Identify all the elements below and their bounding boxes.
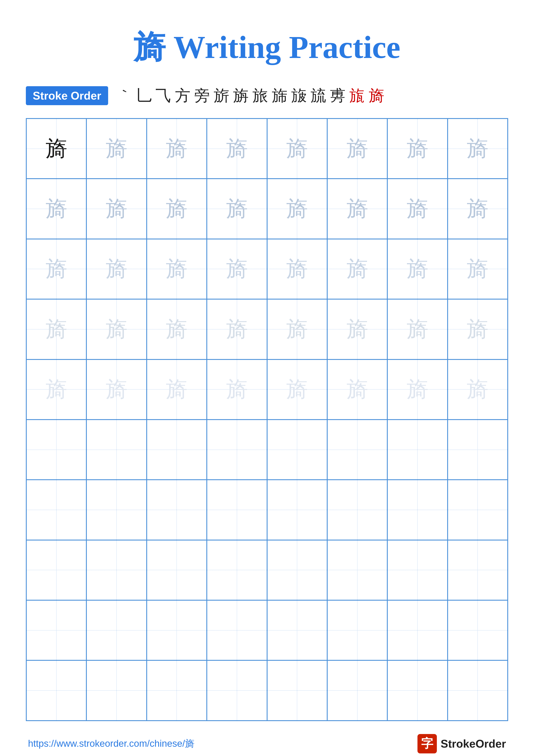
grid-cell[interactable]: 旖 (207, 119, 267, 179)
stroke-char: 旇 (291, 86, 307, 105)
grid-char: 旖 (106, 318, 127, 340)
grid-cell[interactable]: 旖 (26, 119, 87, 179)
grid-cell[interactable]: 旖 (207, 239, 267, 299)
grid-char: 旖 (286, 318, 308, 340)
grid-cell[interactable]: 旖 (147, 299, 207, 359)
grid-cell[interactable]: 旖 (267, 179, 327, 239)
grid-cell[interactable]: 旖 (447, 179, 508, 239)
grid-cell[interactable]: 旖 (267, 239, 327, 299)
grid-cell[interactable] (87, 600, 146, 660)
grid-cell[interactable] (327, 480, 387, 540)
grid-cell[interactable]: 旖 (447, 239, 508, 299)
grid-cell[interactable]: 旖 (267, 299, 327, 359)
grid-cell[interactable]: 旖 (387, 119, 447, 179)
grid-cell[interactable] (267, 540, 327, 600)
grid-cell[interactable] (147, 480, 207, 540)
grid-cell[interactable]: 旖 (447, 299, 508, 359)
grid-cell[interactable] (87, 540, 146, 600)
grid-cell[interactable] (207, 480, 267, 540)
grid-cell[interactable] (147, 600, 207, 660)
grid-cell[interactable] (87, 480, 146, 540)
grid-cell[interactable]: 旖 (87, 239, 146, 299)
grid-cell[interactable] (147, 660, 207, 720)
grid-cell[interactable] (387, 660, 447, 720)
grid-cell[interactable]: 旖 (87, 299, 146, 359)
grid-cell[interactable]: 旖 (147, 360, 207, 419)
grid-cell[interactable] (387, 480, 447, 540)
grid-cell[interactable]: 旖 (26, 299, 87, 359)
stroke-char: 旁 (194, 86, 210, 105)
grid-cell[interactable] (26, 419, 87, 480)
grid-cell[interactable]: 旖 (387, 360, 447, 419)
grid-cell[interactable] (447, 419, 508, 480)
grid-char: 旖 (407, 138, 428, 159)
grid-cell[interactable]: 旖 (327, 239, 387, 299)
grid-cell[interactable]: 旖 (387, 179, 447, 239)
logo-text: StrokeOrder (441, 737, 506, 750)
grid-cell[interactable]: 旖 (87, 179, 146, 239)
grid-cell[interactable] (327, 419, 387, 480)
grid-cell[interactable]: 旖 (147, 119, 207, 179)
grid-cell[interactable]: 旖 (26, 179, 87, 239)
grid-cell[interactable]: 旖 (387, 239, 447, 299)
grid-cell[interactable] (26, 660, 87, 720)
grid-cell[interactable] (267, 600, 327, 660)
grid-char: 旖 (467, 138, 488, 159)
grid-cell[interactable] (87, 419, 146, 480)
grid-cell[interactable]: 旖 (267, 119, 327, 179)
grid-cell[interactable]: 旖 (26, 239, 87, 299)
grid-cell[interactable] (26, 480, 87, 540)
stroke-chars: ｀ ⺃ ⺄ 方 旁 旂 旃 旅 旆 旇 旈 旉 旊 旖 (117, 86, 384, 105)
page: 旖 Writing Practice Stroke Order ｀ ⺃ ⺄ 方 … (0, 0, 534, 756)
grid-cell[interactable]: 旖 (447, 360, 508, 419)
grid-char: 旖 (106, 198, 127, 220)
grid-cell[interactable]: 旖 (147, 239, 207, 299)
grid-cell[interactable] (447, 540, 508, 600)
grid-cell[interactable] (387, 419, 447, 480)
grid-cell[interactable]: 旖 (327, 299, 387, 359)
grid-cell[interactable] (207, 660, 267, 720)
grid-cell[interactable] (267, 480, 327, 540)
grid-cell[interactable]: 旖 (267, 360, 327, 419)
grid-cell[interactable] (327, 600, 387, 660)
grid-cell[interactable]: 旖 (207, 179, 267, 239)
grid-cell[interactable] (387, 600, 447, 660)
grid-cell[interactable] (147, 419, 207, 480)
grid-char: 旖 (346, 318, 368, 340)
grid-char: 旖 (226, 258, 248, 280)
grid-char: 旖 (106, 379, 127, 400)
grid-cell[interactable] (327, 540, 387, 600)
page-title: 旖 Writing Practice (134, 26, 400, 69)
grid-cell[interactable]: 旖 (327, 119, 387, 179)
grid-char: 旖 (346, 198, 368, 220)
grid-cell[interactable] (267, 419, 327, 480)
grid-char: 旖 (346, 138, 368, 159)
grid-char: 旖 (226, 138, 248, 159)
grid-cell[interactable] (147, 540, 207, 600)
grid-cell[interactable]: 旖 (87, 360, 146, 419)
grid-cell[interactable]: 旖 (447, 119, 508, 179)
practice-grid: 旖旖旖旖旖旖旖旖旖旖旖旖旖旖旖旖旖旖旖旖旖旖旖旖旖旖旖旖旖旖旖旖旖旖旖旖旖旖旖旖 (26, 118, 508, 721)
grid-cell[interactable]: 旖 (87, 119, 146, 179)
grid-cell[interactable]: 旖 (207, 360, 267, 419)
grid-cell[interactable] (327, 660, 387, 720)
grid-cell[interactable]: 旖 (327, 360, 387, 419)
grid-cell[interactable] (267, 660, 327, 720)
grid-cell[interactable] (447, 480, 508, 540)
grid-cell[interactable]: 旖 (327, 179, 387, 239)
grid-cell[interactable]: 旖 (207, 299, 267, 359)
grid-cell[interactable]: 旖 (147, 179, 207, 239)
grid-cell[interactable]: 旖 (26, 360, 87, 419)
grid-char: 旖 (407, 318, 428, 340)
grid-cell[interactable] (207, 540, 267, 600)
grid-cell[interactable] (447, 660, 508, 720)
grid-cell[interactable]: 旖 (387, 299, 447, 359)
grid-cell[interactable] (87, 660, 146, 720)
grid-cell[interactable] (447, 600, 508, 660)
grid-cell[interactable] (26, 600, 87, 660)
grid-cell[interactable] (207, 419, 267, 480)
grid-char: 旖 (467, 379, 488, 400)
grid-cell[interactable] (26, 540, 87, 600)
grid-cell[interactable] (387, 540, 447, 600)
grid-cell[interactable] (207, 600, 267, 660)
